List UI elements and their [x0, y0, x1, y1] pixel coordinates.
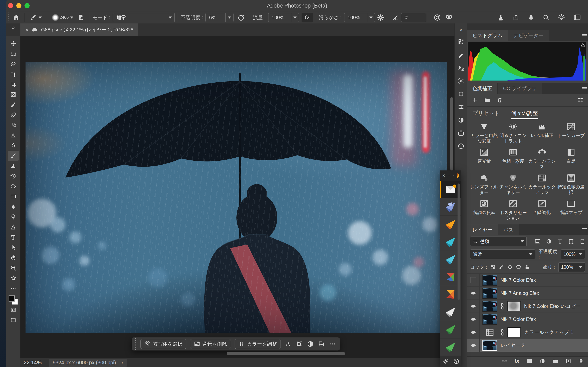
- layer-filter-select[interactable]: 種類: [470, 236, 527, 246]
- adjustment-gradient-map[interactable]: 階調マップ: [557, 198, 586, 222]
- layer-blend-mode-select[interactable]: 通常: [470, 249, 535, 259]
- tab-histogram[interactable]: ヒストグラム: [467, 30, 508, 41]
- layer-thumbnail[interactable]: [483, 340, 497, 351]
- tab-cc-libraries[interactable]: CC ライブラリ: [498, 83, 542, 94]
- nik-dfine-tile[interactable]: [440, 338, 461, 356]
- filter-shape-layers-icon[interactable]: [568, 238, 574, 244]
- layer-style-icon[interactable]: fx: [515, 358, 519, 364]
- color-lookup-layer-icon[interactable]: [485, 328, 494, 337]
- zoom-tool[interactable]: [8, 263, 19, 273]
- edit-toolbar-button[interactable]: [8, 283, 19, 293]
- layer-thumbnail[interactable]: [483, 275, 497, 286]
- adjustment-photo-filter[interactable]: レンズフィルター: [470, 172, 499, 196]
- generate-panel-icon[interactable]: [455, 48, 467, 61]
- taskbar-drag-handle[interactable]: [135, 338, 136, 350]
- trash-icon[interactable]: [497, 97, 503, 103]
- adjustment-curves[interactable]: トーンカーブ: [557, 121, 586, 145]
- select-subject-button[interactable]: 被写体を選択: [140, 339, 186, 349]
- smoothing-options-button[interactable]: [375, 13, 386, 22]
- close-tab-icon[interactable]: ×: [25, 27, 28, 33]
- generate-image-button[interactable]: [318, 339, 325, 349]
- tab-navigator[interactable]: ナビゲーター: [508, 30, 549, 41]
- nik-sharpener-tile[interactable]: [440, 321, 461, 338]
- tool-preset-button[interactable]: [27, 13, 44, 22]
- workspace-icon[interactable]: [573, 14, 581, 21]
- more-options-button[interactable]: [329, 339, 336, 349]
- layer-thumbnail[interactable]: [483, 288, 497, 299]
- warning-icon[interactable]: [580, 42, 586, 48]
- nik-scrollbar[interactable]: [458, 184, 460, 300]
- collapse-panels-toggle[interactable]: «: [459, 24, 462, 35]
- layer-opacity-input[interactable]: 100%: [561, 249, 585, 259]
- brush-tool[interactable]: [8, 151, 19, 161]
- pen-tool[interactable]: [8, 222, 19, 232]
- visibility-toggle[interactable]: [467, 287, 480, 300]
- chevron-down-icon[interactable]: [225, 13, 233, 22]
- chevron-down-icon[interactable]: [291, 13, 299, 22]
- panel-menu-icon[interactable]: [582, 86, 587, 90]
- document-info[interactable]: 9324 px x 6000 px (300 ppi) ›: [49, 359, 127, 367]
- beta-flask-icon[interactable]: [497, 14, 504, 21]
- adjustment-invert[interactable]: 階調の反転: [470, 198, 499, 222]
- lock-pixels-icon[interactable]: [499, 264, 504, 270]
- move-tool[interactable]: [8, 39, 19, 49]
- export-panel-icon[interactable]: [455, 35, 467, 48]
- vertical-scrollbar[interactable]: [450, 97, 453, 171]
- foreground-color-swatch[interactable]: [9, 295, 15, 301]
- visibility-toggle[interactable]: [467, 274, 480, 286]
- delete-layer-icon[interactable]: [578, 358, 584, 364]
- new-adjustment-layer-icon[interactable]: [539, 358, 545, 364]
- gradient-tool[interactable]: [8, 192, 19, 202]
- scissors-panel-icon[interactable]: [455, 75, 467, 87]
- layer-row[interactable]: カラールックアップ 1: [467, 326, 588, 339]
- chevron-down-icon[interactable]: [367, 13, 375, 22]
- properties-panel-icon[interactable]: [455, 100, 467, 114]
- tab-layers[interactable]: レイヤー: [467, 224, 498, 235]
- healing-brush-tool[interactable]: [8, 110, 19, 120]
- object-selection-tool[interactable]: [8, 69, 19, 79]
- new-layer-icon[interactable]: [566, 358, 571, 364]
- blur-tool[interactable]: [8, 202, 19, 212]
- discover-icon[interactable]: [558, 14, 565, 21]
- visibility-toggle[interactable]: [467, 339, 480, 352]
- share-icon[interactable]: [512, 14, 519, 21]
- add-adjustment-icon[interactable]: [472, 97, 478, 103]
- lock-artboard-icon[interactable]: [516, 264, 521, 270]
- adjustment-color-balance[interactable]: カラーバランス: [527, 147, 557, 171]
- document-image[interactable]: [26, 62, 447, 333]
- subtab-single-adjustments[interactable]: 個々の調整: [511, 110, 538, 117]
- layer-mask-thumbnail[interactable]: [507, 327, 521, 337]
- layer-row[interactable]: Nik 7 Color Efex: [467, 313, 588, 326]
- adjustments-panel-icon[interactable]: [455, 114, 467, 127]
- adjustment-brightness-contrast[interactable]: 明るさ・コントラスト: [499, 121, 527, 145]
- toggle-brush-settings-button[interactable]: [75, 13, 87, 22]
- screen-mode-button[interactable]: [8, 315, 19, 325]
- adjustment-color-lookup[interactable]: カラールックアップ: [527, 172, 557, 196]
- list-view-icon[interactable]: [577, 97, 584, 103]
- frame-tool[interactable]: [8, 90, 19, 100]
- subtab-presets[interactable]: プリセット: [472, 110, 500, 117]
- filter-adjustment-layers-icon[interactable]: [546, 239, 552, 244]
- tab-adjustments[interactable]: 色調補正: [467, 83, 497, 94]
- link-icon[interactable]: [501, 329, 504, 336]
- transform-warp-button[interactable]: [295, 339, 303, 349]
- lock-transparency-icon[interactable]: [490, 264, 495, 270]
- close-icon[interactable]: ×: [442, 173, 445, 178]
- adjustment-preset-button[interactable]: [307, 339, 314, 349]
- airbrush-button[interactable]: [302, 13, 313, 22]
- minimize-icon[interactable]: –: [448, 173, 450, 178]
- lock-position-icon[interactable]: [507, 264, 513, 270]
- adjustment-posterize[interactable]: ポスタリゼーション: [499, 198, 527, 222]
- symmetry-button[interactable]: [443, 13, 455, 22]
- layer-row-selected[interactable]: レイヤー 2: [467, 339, 588, 352]
- link-icon[interactable]: [501, 303, 504, 310]
- path-selection-tool[interactable]: [8, 242, 19, 253]
- visibility-toggle[interactable]: [467, 313, 480, 325]
- visibility-toggle[interactable]: [467, 300, 480, 313]
- folder-icon[interactable]: [484, 97, 490, 103]
- layer-row[interactable]: Nik 7 Color Efex: [467, 274, 588, 287]
- add-mask-icon[interactable]: [526, 358, 532, 364]
- eraser-tool[interactable]: [8, 181, 19, 192]
- dodge-tool[interactable]: [8, 212, 19, 222]
- layer-thumbnail[interactable]: [483, 301, 497, 312]
